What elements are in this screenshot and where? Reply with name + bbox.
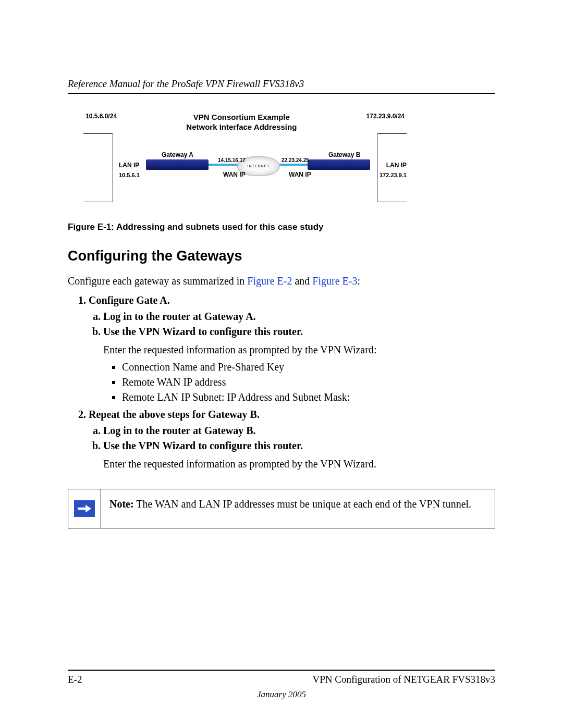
note-label: Note: — [109, 498, 134, 510]
wan-ip-label-a: WAN IP — [223, 171, 246, 178]
intro-paragraph: Configure each gateway as summarized in … — [68, 274, 495, 288]
section-heading: Configuring the Gateways — [68, 248, 495, 264]
lan-ip-label-a: LAN IP — [119, 162, 139, 169]
step-1: Configure Gate A. Log in to the router a… — [89, 294, 495, 403]
procedure-list: Configure Gate A. Log in to the router a… — [68, 294, 495, 471]
step-2a: Log in to the router at Gateway B. — [103, 425, 495, 437]
step-2: Repeat the above steps for Gateway B. Lo… — [89, 409, 495, 471]
gateway-b-label: Gateway B — [328, 151, 360, 158]
wan-ip-b: 22.23.24.25 — [282, 157, 309, 163]
diagram-title-1: VPN Consortium Example — [193, 113, 290, 121]
router-b-icon — [308, 159, 370, 170]
link-a — [209, 164, 238, 166]
router-a-icon — [146, 159, 209, 170]
lan-ip-label-b: LAN IP — [386, 162, 407, 169]
lan-ip-b: 172.23.9.1 — [380, 172, 407, 178]
document-page: Reference Manual for the ProSafe VPN Fir… — [0, 0, 563, 728]
bullet-1: Connection Name and Pre-Shared Key — [122, 361, 495, 373]
wan-ip-a: 14.15.16.17 — [218, 157, 246, 163]
gateway-a-label: Gateway A — [162, 151, 193, 158]
page-number: E-2 — [68, 674, 82, 685]
bullet-2: Remote WAN IP address — [122, 376, 495, 388]
subnet-b: 172.23.9.0/24 — [366, 113, 405, 120]
subnet-a: 10.5.6.0/24 — [85, 113, 117, 120]
bullet-3: Remote LAN IP Subnet: IP Address and Sub… — [122, 391, 495, 403]
note-text: Note: The WAN and LAN IP addresses must … — [101, 489, 495, 528]
wan-ip-label-b: WAN IP — [289, 171, 311, 178]
step-1b: Use the VPN Wizard to configure this rou… — [103, 326, 495, 403]
figure-link-e2[interactable]: Figure E-2 — [247, 275, 292, 287]
page-footer: E-2 VPN Configuration of NETGEAR FVS318v… — [68, 670, 495, 685]
step-1b-desc: Enter the requested information as promp… — [103, 343, 495, 357]
note-icon-cell — [68, 489, 101, 528]
running-header: Reference Manual for the ProSafe VPN Fir… — [68, 78, 495, 94]
wizard-bullets: Connection Name and Pre-Shared Key Remot… — [103, 361, 495, 403]
step-1a: Log in to the router at Gateway A. — [103, 311, 495, 323]
step-2b-desc: Enter the requested information as promp… — [103, 457, 495, 471]
footer-date: January 2005 — [0, 689, 563, 700]
footer-title: VPN Configuration of NETGEAR FVS318v3 — [313, 674, 495, 685]
link-b — [278, 164, 308, 166]
figure-link-e3[interactable]: Figure E-3 — [312, 275, 357, 287]
network-diagram: 10.5.6.0/24 VPN Consortium Example Netwo… — [83, 113, 407, 203]
step-2b: Use the VPN Wizard to configure this rou… — [103, 440, 495, 471]
figure-caption: Figure E-1: Addressing and subnets used … — [68, 222, 495, 232]
note-box: Note: The WAN and LAN IP addresses must … — [68, 489, 495, 528]
lan-ip-a: 10.5.6.1 — [119, 172, 140, 178]
arrow-right-icon — [74, 500, 95, 517]
